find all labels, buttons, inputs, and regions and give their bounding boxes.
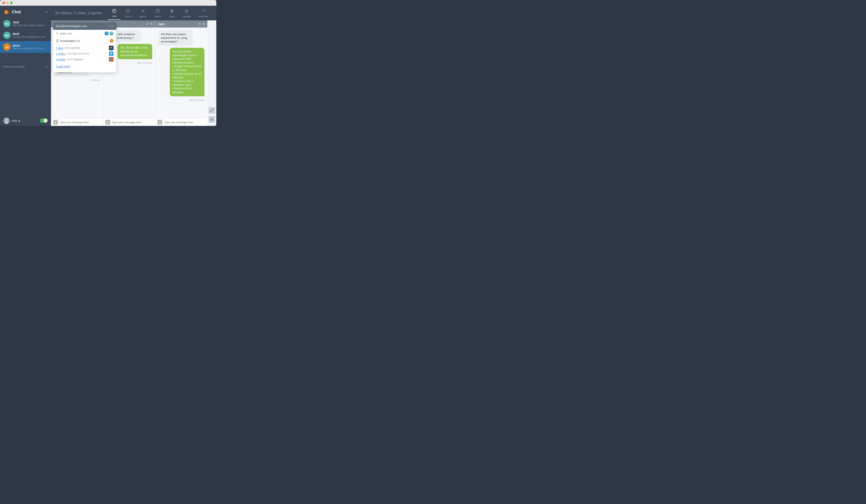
scroll-up-button-mark[interactable]: ▲ — [105, 120, 110, 125]
nav-item-agents[interactable]: agents — [135, 7, 150, 20]
agents-nav-icon — [141, 9, 145, 14]
chat-input-area-jack: ▲ — [155, 118, 207, 126]
transfer-button-jack[interactable]: ↗ — [198, 22, 201, 26]
titlebar — [0, 0, 216, 6]
other-chats-label: Other active chats — [3, 65, 25, 68]
company-name: Acmewidgets Co — [56, 40, 80, 43]
main-content: 20 visitors, 3 chats, 2 agents chat — [51, 6, 216, 126]
sound-button[interactable] — [209, 116, 215, 123]
manage-nav-label: manage — [182, 15, 191, 18]
chat-preview-jack: Are there any system requirem... — [13, 24, 48, 27]
menu-icon — [56, 40, 59, 42]
integration-happyfox: 6 tickets from Happyfox 🐦 — [56, 57, 113, 61]
chat-window-title-jack: Jack — [158, 22, 164, 26]
chat-name-jason: jason — [13, 44, 48, 47]
apps-nav-label: apps — [169, 15, 175, 18]
expand-button[interactable] — [209, 107, 215, 114]
pipedrive-source: from pipedrive — [65, 46, 80, 49]
popup-email: john@acmewidgets.com — [56, 24, 87, 28]
chat-nav-icon — [112, 9, 116, 14]
popup-location-text: Irvine, CA — [60, 32, 71, 35]
svg-rect-19 — [56, 41, 59, 41]
chat-preview-mark: Do you offer academic or non... — [13, 35, 48, 38]
chat-area: john@acmewidgets.com 3 m Irvine, CA 🌐 🌍 — [51, 20, 216, 126]
scroll-up-button-jack[interactable]: ▲ — [157, 120, 162, 125]
svg-point-14 — [171, 11, 172, 12]
brand: Chat — [3, 9, 21, 15]
chat-input-area-mark: ▲ — [103, 118, 155, 126]
svg-point-16 — [186, 10, 187, 12]
avatar-jack: Ma — [3, 20, 11, 27]
message-meta: John, 01:30 pm — [189, 99, 204, 101]
expand-icon — [210, 109, 213, 112]
chat-info-mark: Mark Do you offer academic or non... — [13, 32, 48, 38]
chat-name-mark: Mark — [13, 32, 48, 35]
chat-input-jason[interactable] — [58, 120, 101, 125]
reports-nav-icon — [155, 9, 160, 14]
sidebar-header: Chat + — [0, 6, 51, 18]
status-toggle[interactable] — [40, 118, 48, 123]
chat-info-jack: Jack Are there any system requirem... — [13, 21, 48, 27]
message-time: 12:20 pm — [91, 79, 100, 81]
scroll-up-button-jason[interactable]: ▲ — [53, 120, 58, 125]
chat-nav-label: chat — [112, 15, 116, 17]
close-button-mark[interactable]: ✕ — [150, 22, 153, 26]
svg-rect-20 — [56, 42, 59, 42]
pipedrive-icon: P — [109, 46, 113, 50]
happyfox-link[interactable]: 6 tickets — [56, 58, 66, 61]
nav-item-chat[interactable]: chat — [108, 7, 121, 20]
flag-icon: 🌍 — [109, 31, 113, 35]
top-navigation: 20 visitors, 3 chats, 2 agents chat — [51, 6, 216, 20]
messages-jack: Are there any system requirements for us… — [155, 27, 207, 118]
other-active-chats[interactable]: Other active chats ∨ — [0, 62, 51, 71]
happyfox-icon: 🐦 — [109, 57, 113, 61]
sound-icon — [210, 118, 213, 121]
svg-point-12 — [171, 10, 172, 11]
nav-item-reports[interactable]: reports — [150, 7, 165, 20]
chat-input-jack[interactable] — [162, 120, 205, 125]
user-avatar-img — [3, 117, 10, 124]
chat-input-mark[interactable] — [110, 120, 153, 125]
chat-input-area-jason: ▲ — [51, 118, 103, 126]
minimize-button[interactable] — [6, 2, 9, 4]
message-item: Yes, We do offer a 70% discount for all … — [118, 44, 152, 59]
user-info: John ▲ — [3, 117, 21, 124]
popup-browser-icons: 🌐 🌍 — [104, 31, 113, 35]
popup-integrations: 1 deal from pipedrive P 2 orders from Bi… — [53, 44, 116, 63]
chat-window-header-jack: Jack ↗ ✕ — [155, 20, 207, 27]
close-button-jack[interactable]: ✕ — [202, 22, 205, 26]
user-name: John ▲ — [11, 119, 21, 122]
sidebar-item-jason[interactable]: Ja jason Can our team get a live 1-on-..… — [0, 41, 51, 53]
chevron-down-icon: ∨ — [45, 65, 48, 69]
nav-item-automate[interactable]: automate — [195, 7, 212, 20]
nav-item-history[interactable]: history — [121, 7, 135, 20]
bigcommerce-link[interactable]: 2 orders — [56, 52, 66, 55]
close-button[interactable] — [2, 2, 5, 4]
history-nav-icon — [126, 9, 130, 14]
maximize-button[interactable] — [10, 2, 13, 4]
location-icon — [56, 32, 59, 35]
visitor-count: 20 visitors, 3 chats, 2 agents — [55, 11, 108, 15]
manage-nav-icon — [184, 9, 189, 14]
company-badge: 1 — [110, 39, 113, 43]
automate-nav-label: automate — [199, 15, 208, 18]
happyfox-source: from Happyfox — [67, 58, 83, 61]
nav-items: chat history — [108, 7, 212, 20]
svg-point-13 — [172, 10, 173, 11]
add-chat-button[interactable]: + — [45, 10, 48, 14]
chat-window-jack: Jack ↗ ✕ Are there any system requiremen… — [155, 20, 207, 126]
svg-rect-18 — [56, 40, 59, 40]
past-chats-link[interactable]: 6 past chats — [53, 63, 116, 70]
nav-item-apps[interactable]: apps — [166, 7, 179, 20]
pipedrive-link[interactable]: 1 deal — [56, 46, 63, 49]
transfer-button-mark[interactable]: ↗ — [146, 22, 148, 26]
chat-name-jack: Jack — [13, 21, 48, 24]
integration-pipedrive: 1 deal from pipedrive P — [56, 46, 113, 50]
svg-point-17 — [57, 33, 58, 33]
sidebar-item-jack[interactable]: Ma Jack Are there any system requirem... — [0, 18, 51, 30]
nav-item-manage[interactable]: manage — [178, 7, 195, 20]
history-nav-label: history — [125, 15, 131, 18]
sidebar-item-mark[interactable]: Ma Mark Do you offer academic or non... — [0, 30, 51, 41]
brand-icon — [3, 9, 10, 15]
apps-nav-icon — [169, 9, 174, 14]
